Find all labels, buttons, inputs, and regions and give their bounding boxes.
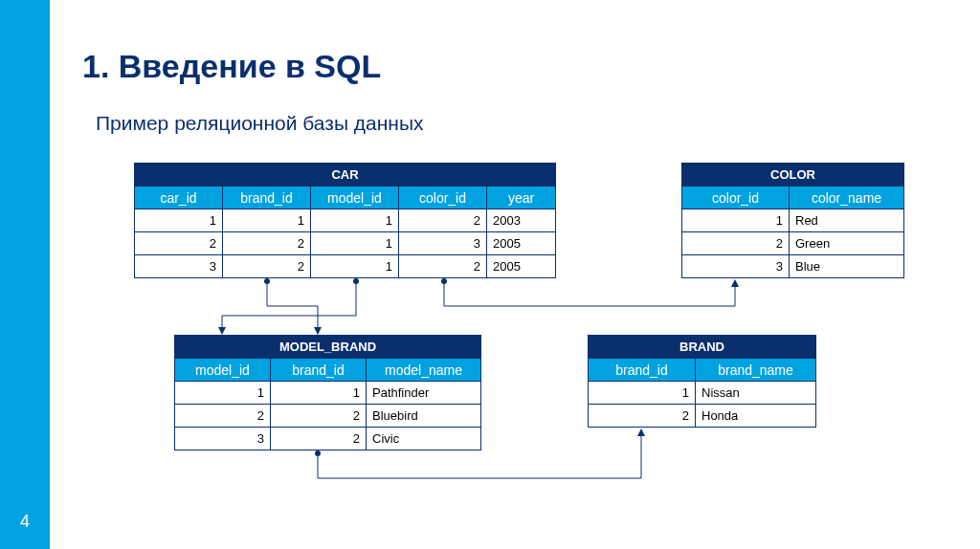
- cell: 2: [271, 405, 367, 428]
- table-row: 3 Blue: [682, 255, 904, 278]
- cell: 2: [682, 232, 790, 255]
- col-header: brand_id: [271, 359, 367, 382]
- col-header: color_name: [790, 187, 904, 209]
- col-header: color_id: [399, 187, 487, 209]
- col-header: brand_id: [223, 187, 311, 209]
- cell: 1: [175, 382, 271, 405]
- page-title: 1. Введение в SQL: [82, 48, 942, 85]
- page-number: 4: [0, 512, 50, 532]
- table-row: 2 2 1 3 2005: [135, 232, 556, 255]
- cell: 2: [135, 232, 223, 255]
- cell: Nissan: [696, 382, 816, 405]
- svg-point-6: [315, 450, 321, 456]
- col-header: model_name: [367, 359, 481, 382]
- svg-marker-5: [731, 279, 739, 287]
- col-header: year: [487, 187, 556, 209]
- col-header: brand_id: [589, 359, 696, 382]
- cell: 1: [311, 232, 399, 255]
- cell: 3: [399, 232, 487, 255]
- cell: 2005: [487, 232, 556, 255]
- cell: 2: [399, 209, 487, 232]
- cell: Green: [790, 232, 904, 255]
- cell: Civic: [367, 428, 481, 450]
- cell: 2: [175, 405, 271, 428]
- svg-marker-1: [314, 327, 322, 335]
- cell: Honda: [696, 405, 816, 428]
- cell: 2003: [487, 209, 556, 232]
- cell: 2: [399, 255, 487, 278]
- table-row: 2 Honda: [589, 405, 816, 428]
- cell: 1: [311, 255, 399, 278]
- svg-marker-7: [637, 428, 645, 436]
- svg-point-4: [441, 278, 447, 284]
- table-model-brand: MODEL_BRAND model_id brand_id model_name…: [174, 335, 481, 450]
- cell: 2: [271, 428, 367, 450]
- cell: 1: [223, 209, 311, 232]
- cell: 2: [223, 232, 311, 255]
- cell: 2005: [487, 255, 556, 278]
- col-header: model_id: [175, 359, 271, 382]
- table-row: 1 Red: [682, 209, 904, 232]
- col-header: model_id: [311, 187, 399, 209]
- cell: Bluebird: [367, 405, 481, 428]
- cell: 2: [223, 255, 311, 278]
- svg-point-0: [264, 278, 270, 284]
- svg-point-2: [353, 278, 359, 284]
- cell: 3: [135, 255, 223, 278]
- cell: 1: [311, 209, 399, 232]
- cell: 1: [271, 382, 367, 405]
- table-row: 1 1 1 2 2003: [135, 209, 556, 232]
- table-row: 2 2 Bluebird: [175, 405, 481, 428]
- table-row: 3 2 1 2 2005: [135, 255, 556, 278]
- col-header: car_id: [135, 187, 223, 209]
- table-brand-title: BRAND: [589, 336, 816, 359]
- cell: 1: [135, 209, 223, 232]
- cell: 1: [682, 209, 790, 232]
- col-header: color_id: [682, 187, 790, 209]
- sidebar: [0, 0, 50, 549]
- diagram: CAR car_id brand_id model_id color_id ye…: [82, 163, 942, 549]
- table-color-title: COLOR: [682, 164, 904, 187]
- table-row: 1 1 Pathfinder: [175, 382, 481, 405]
- table-car-title: CAR: [135, 164, 556, 187]
- table-brand: BRAND brand_id brand_name 1 Nissan 2 Hon…: [588, 335, 816, 428]
- table-row: 1 Nissan: [589, 382, 816, 405]
- table-row: 3 2 Civic: [175, 428, 481, 450]
- table-model-brand-title: MODEL_BRAND: [175, 336, 481, 359]
- cell: 3: [682, 255, 790, 278]
- cell: 3: [175, 428, 271, 450]
- table-color: COLOR color_id color_name 1 Red 2 Green …: [681, 163, 904, 278]
- cell: 2: [589, 405, 696, 428]
- cell: Pathfinder: [367, 382, 481, 405]
- page-subtitle: Пример реляционной базы данных: [96, 112, 942, 135]
- table-row: 2 Green: [682, 232, 904, 255]
- cell: 1: [589, 382, 696, 405]
- col-header: brand_name: [696, 359, 816, 382]
- table-car: CAR car_id brand_id model_id color_id ye…: [134, 163, 556, 278]
- cell: Blue: [790, 255, 904, 278]
- svg-marker-3: [218, 327, 226, 335]
- cell: Red: [790, 209, 904, 232]
